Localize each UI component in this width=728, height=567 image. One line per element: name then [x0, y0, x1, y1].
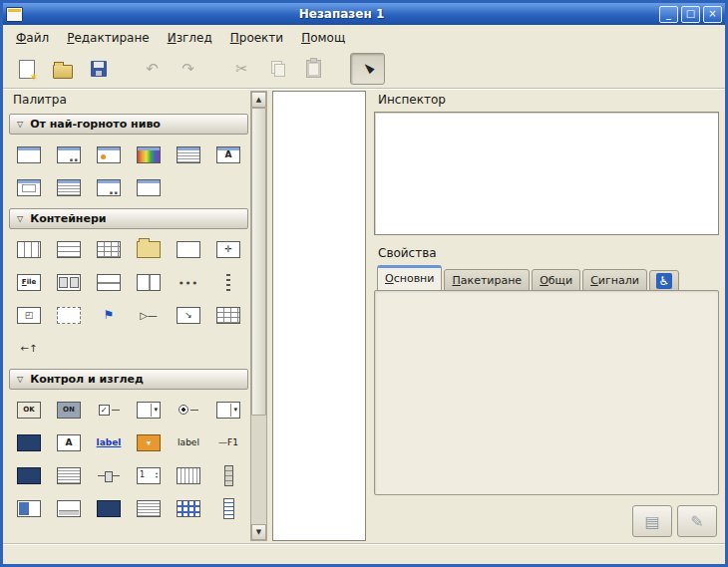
palette-item-layout[interactable]: ↘ [169, 300, 208, 330]
palette-item-input-dialog[interactable] [89, 172, 129, 202]
selector-button[interactable]: ► [350, 53, 385, 85]
palette-item-accel-label[interactable]: —F1 [208, 427, 248, 457]
palette-item-dialog[interactable] [49, 140, 89, 169]
palette-item-spin-button[interactable]: 1 [129, 460, 169, 490]
scrollbar-thumb[interactable] [251, 108, 266, 416]
palette-item-hscale[interactable] [89, 460, 129, 490]
new-icon [19, 60, 35, 79]
palette-item-toggle-button[interactable]: ON [49, 395, 89, 425]
palette-item-file-selection-dialog[interactable] [49, 172, 89, 202]
palette-item-table[interactable] [89, 234, 129, 264]
close-button[interactable]: × [703, 6, 722, 23]
palette-item-viewport[interactable]: ◰ [9, 300, 49, 330]
progress-bar-icon [17, 500, 41, 517]
palette-item-statusbar-widget[interactable] [49, 493, 89, 523]
palette-item-window[interactable] [9, 140, 49, 169]
palette-item-text: label [178, 438, 199, 447]
palette-item-handle-box[interactable] [169, 267, 208, 297]
palette-scrollbar[interactable]: ▲ ▼ [250, 91, 267, 541]
palette-section-header[interactable]: ▽Контрол и изглед [9, 369, 248, 390]
documentation-button[interactable]: ▤ [632, 505, 672, 537]
redo-button[interactable]: ↷ [171, 53, 205, 85]
palette-item-label-link[interactable]: label [89, 427, 129, 457]
properties-panel[interactable] [374, 290, 719, 495]
palette-item-alignment[interactable]: ←↑ [9, 333, 49, 363]
palette-item-text-view[interactable] [49, 460, 89, 490]
tab-common[interactable]: Общи [532, 269, 580, 291]
palette-item-check-button[interactable] [89, 395, 129, 425]
cut-button[interactable]: ✂ [224, 53, 259, 85]
palette-item-plug-window[interactable] [129, 172, 169, 202]
scroll-up-icon[interactable]: ▲ [251, 92, 266, 108]
palette-item-frame[interactable] [169, 234, 208, 264]
copy-button[interactable] [260, 53, 295, 85]
inspector-view[interactable] [374, 112, 719, 235]
palette-item-button[interactable]: OK [9, 395, 49, 425]
palette-item-text-box[interactable] [129, 493, 169, 523]
edit-button[interactable]: ✎ [677, 505, 717, 537]
palette-item-vscrollbar[interactable] [208, 460, 248, 490]
menu-file[interactable]: Файл [7, 28, 58, 48]
palette-item-file-chooser-button[interactable] [129, 427, 169, 457]
palette-item-tree-view[interactable] [208, 493, 248, 523]
menu-edit[interactable]: Редактиране [58, 28, 159, 48]
palette-item-combo-box[interactable]: ▾ [129, 395, 169, 425]
palette-item-entry-dark[interactable] [9, 460, 49, 490]
vbox-icon [57, 241, 81, 258]
save-button[interactable] [81, 53, 116, 85]
palette-item-hpaned[interactable] [129, 267, 169, 297]
scroll-down-icon[interactable]: ▼ [251, 524, 266, 540]
palette-item-font-selection-dialog[interactable] [169, 140, 208, 169]
palette-item-icon-grid[interactable] [169, 493, 208, 523]
window-title: Незапазен 1 [27, 7, 656, 21]
statusbar-widget-icon [57, 500, 81, 517]
palette-item-label[interactable]: label [169, 427, 208, 457]
menu-view[interactable]: Изглед [159, 28, 221, 48]
palette-item-fixed[interactable] [208, 300, 248, 330]
palette-item-scrolled-window[interactable]: ✛ [208, 234, 248, 264]
maximize-button[interactable]: □ [681, 6, 700, 23]
menu-projects[interactable]: Проекти [221, 28, 292, 48]
palette-item-notebook[interactable] [129, 234, 169, 264]
palette-item-text: ON [63, 407, 75, 414]
palette-item-progress-bar[interactable] [9, 493, 49, 523]
new-button[interactable] [9, 53, 44, 85]
expander-icon: ▽ [17, 214, 23, 223]
titlebar[interactable]: Незапазен 1 _ □ × [3, 3, 725, 25]
palette-item-hruler[interactable] [169, 460, 208, 490]
tab-accessibility[interactable]: ♿ [649, 270, 679, 291]
palette-item-menu-widget[interactable] [89, 493, 129, 523]
palette-item-radio-button[interactable] [169, 395, 208, 425]
palette-item-expander[interactable]: ▷— [129, 300, 169, 330]
palette-item-color-selection-dialog[interactable] [129, 140, 169, 169]
menu-help[interactable]: Помощ [292, 28, 354, 48]
palette-item-about-dialog[interactable]: A [208, 140, 248, 169]
palette-item-vbox[interactable] [49, 234, 89, 264]
undo-button[interactable]: ↶ [135, 53, 170, 85]
palette-item-custom-widget[interactable]: ⚑ [89, 300, 129, 330]
palette-item-message-dialog[interactable] [89, 140, 129, 169]
palette-item-entry[interactable]: A [49, 427, 89, 457]
palette-item-text-entry[interactable] [9, 427, 49, 457]
palette-section-header[interactable]: ▽Контейнери [9, 208, 248, 229]
open-button[interactable] [45, 53, 80, 85]
palette-item-menu-bar[interactable]: File [9, 267, 49, 297]
minimize-button[interactable]: _ [659, 6, 678, 23]
palette-item-vpaned[interactable] [89, 267, 129, 297]
palette-item-icon-view[interactable] [49, 300, 89, 330]
tab-signals[interactable]: Сигнали [582, 269, 647, 291]
palette-item-hbox[interactable] [9, 234, 49, 264]
edit-icon: ✎ [690, 512, 703, 531]
scrollbar-trough[interactable] [251, 108, 266, 524]
plug-window-icon [137, 179, 161, 196]
paste-button[interactable] [296, 53, 331, 85]
tab-general[interactable]: Основни [377, 265, 442, 291]
palette-item-vbutton-box[interactable] [208, 267, 248, 297]
palette-item-file-chooser-dialog[interactable] [9, 172, 49, 202]
palette-section-header[interactable]: ▽От най-горното ниво [9, 114, 248, 135]
palette-item-toolbar-widget[interactable] [49, 267, 89, 297]
design-canvas[interactable] [272, 91, 366, 541]
tab-packing[interactable]: Пакетиране [444, 269, 530, 291]
main-area: Палитра ▽От най-горното нивоA▽Контейнери… [3, 89, 725, 543]
palette-item-combo-box-entry[interactable]: ▾ [208, 395, 248, 425]
